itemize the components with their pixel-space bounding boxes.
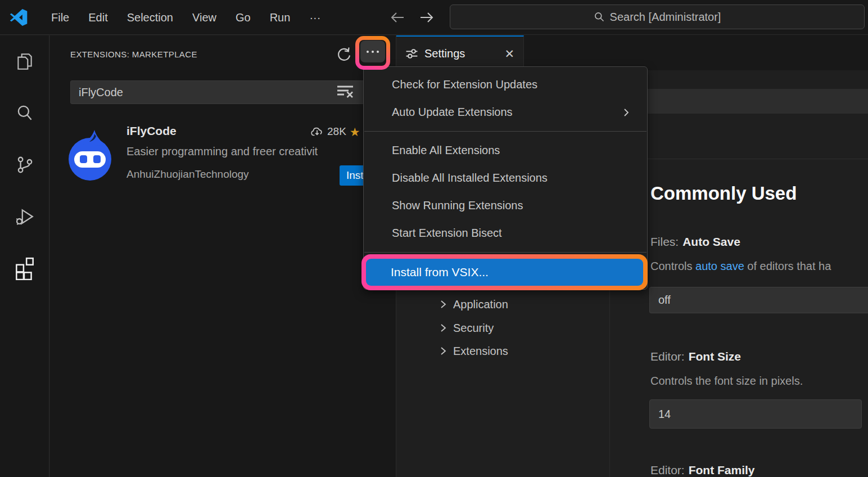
menu-item-show-running[interactable]: Show Running Extensions — [364, 192, 647, 219]
menu-file[interactable]: File — [42, 0, 79, 35]
menu-selection[interactable]: Selection — [117, 0, 183, 35]
extension-logo — [66, 129, 114, 181]
download-count: 28K — [327, 125, 346, 138]
vscode-window: File Edit Selection View Go Run ··· — [0, 0, 868, 477]
refresh-icon[interactable] — [336, 46, 351, 62]
extension-name[interactable]: iFlyCode — [126, 124, 177, 138]
chevron-right-icon — [440, 300, 446, 309]
toc-label: Extensions — [453, 345, 508, 358]
close-icon[interactable]: ✕ — [504, 48, 514, 60]
settings-search-bar[interactable] — [610, 89, 868, 114]
tab-label: Settings — [424, 47, 465, 60]
submenu-chevron-icon — [623, 108, 629, 117]
menu-view[interactable]: View — [183, 0, 226, 35]
font-size-input[interactable] — [649, 399, 862, 429]
menu-overflow-ellipsis[interactable]: ··· — [300, 0, 330, 35]
setting-desc-auto-save: Controls auto save of editors that ha — [650, 260, 868, 273]
command-center-search[interactable]: Search [Administrator] — [450, 4, 865, 29]
setting-label-auto-save: Files:Auto Save — [650, 235, 740, 249]
annotation-install-vsix-highlight: Install from VSIX... — [361, 254, 648, 290]
setting-label-font-size: Editor:Font Size — [650, 350, 741, 363]
menu-edit[interactable]: Edit — [79, 0, 117, 35]
run-debug-icon[interactable] — [0, 191, 49, 242]
ellipsis-icon — [367, 51, 369, 53]
sidebar-title: EXTENSIONS: MARKETPLACE — [70, 50, 197, 59]
search-icon[interactable] — [0, 87, 49, 139]
menu-item-disable-all[interactable]: Disable All Installed Extensions — [364, 164, 647, 192]
toc-item-application[interactable]: Application — [440, 296, 508, 312]
settings-header-divider — [610, 159, 868, 159]
extension-publisher: AnhuiZhuojianTechnology — [126, 168, 249, 181]
vscode-logo-icon — [9, 8, 28, 27]
auto-save-select[interactable]: off — [649, 287, 868, 313]
annotation-more-actions-highlight — [355, 36, 390, 70]
search-icon — [594, 11, 605, 22]
star-icon: ★ — [350, 126, 360, 138]
toc-label: Security — [453, 322, 494, 335]
tab-settings[interactable]: Settings ✕ — [396, 35, 524, 71]
activity-bar — [0, 35, 49, 477]
menu-run[interactable]: Run — [260, 0, 300, 35]
setting-desc-font-size: Controls the font size in pixels. — [650, 375, 868, 388]
toc-label: Application — [453, 298, 508, 311]
menu-separator — [364, 131, 647, 132]
ellipsis-icon — [372, 51, 374, 53]
navigate-forward-icon[interactable] — [419, 11, 434, 24]
auto-save-value: off — [658, 294, 671, 307]
download-count-icon — [311, 127, 324, 137]
chevron-right-icon — [440, 346, 446, 356]
toc-item-extensions[interactable]: Extensions — [440, 343, 508, 359]
menu-separator — [364, 252, 647, 253]
source-control-icon[interactable] — [0, 139, 49, 191]
extensions-sidebar: EXTENSIONS: MARKETPLACE — [50, 35, 396, 477]
extension-description: Easier programming and freer creativit — [126, 145, 391, 158]
menu-item-auto-update[interactable]: Auto Update Extensions — [364, 98, 647, 126]
settings-sliders-icon — [405, 47, 418, 60]
clear-filter-icon[interactable] — [336, 84, 354, 101]
extensions-icon[interactable] — [0, 242, 49, 294]
menu-go[interactable]: Go — [226, 0, 260, 35]
auto-save-link[interactable]: auto save — [695, 260, 744, 272]
ellipsis-icon — [377, 51, 379, 53]
toc-item-security[interactable]: Security — [440, 320, 494, 336]
explorer-files-icon[interactable] — [0, 35, 49, 87]
menu-item-enable-all[interactable]: Enable All Extensions — [364, 137, 647, 164]
menu-item-install-vsix[interactable]: Install from VSIX... — [366, 259, 643, 286]
search-placeholder: Search [Administrator] — [610, 11, 721, 24]
menu-item-start-bisect[interactable]: Start Extension Bisect — [364, 219, 647, 247]
chevron-right-icon — [440, 323, 446, 332]
more-actions-button[interactable] — [360, 40, 385, 62]
menu-bar: File Edit Selection View Go Run ··· — [42, 0, 330, 35]
setting-label-font-family: Editor:Font Family — [650, 464, 755, 477]
navigate-back-icon[interactable] — [390, 11, 405, 24]
title-bar: File Edit Selection View Go Run ··· — [0, 0, 868, 35]
commonly-used-heading: Commonly Used — [650, 183, 797, 204]
menu-item-check-updates[interactable]: Check for Extension Updates — [364, 71, 647, 98]
